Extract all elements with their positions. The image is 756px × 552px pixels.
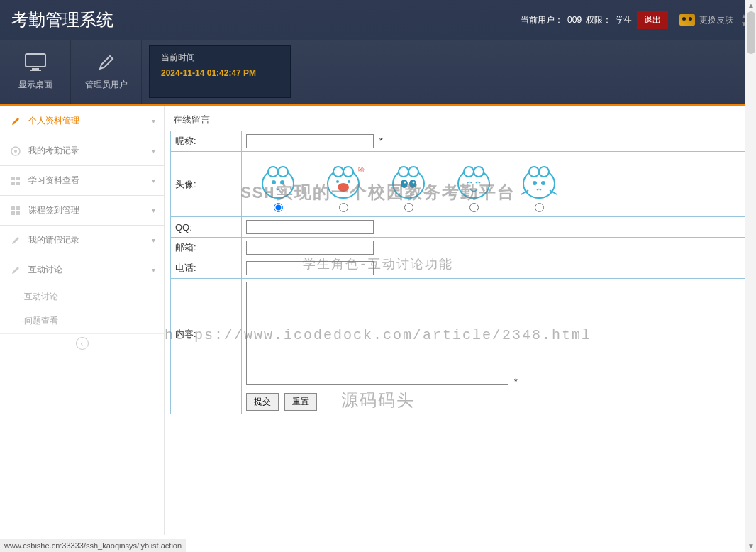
svg-point-22 <box>336 180 339 183</box>
app-title: 考勤管理系统 <box>9 9 113 31</box>
svg-point-29 <box>409 180 416 188</box>
svg-rect-11 <box>11 211 15 215</box>
message-form: 昵称: * 头像: 哈 Q <box>170 131 752 414</box>
sidebar-sub-questions[interactable]: -问题查看 <box>0 309 164 333</box>
sidebar-item-attendance[interactable]: 我的考勤记录 ▾ <box>0 136 164 166</box>
skin-switcher[interactable]: 更换皮肤 ▲▼ <box>679 12 747 28</box>
pencil-icon <box>97 53 116 72</box>
chevron-down-icon: ▾ <box>152 236 155 244</box>
app-header: 考勤管理系统 当前用户： 009 权限： 学生 退出 更换皮肤 ▲▼ <box>0 0 756 40</box>
svg-rect-7 <box>11 182 15 185</box>
email-input[interactable] <box>246 241 374 255</box>
header-right: 当前用户： 009 权限： 学生 退出 更换皮肤 ▲▼ <box>521 11 747 29</box>
svg-point-33 <box>464 167 474 177</box>
phone-input[interactable] <box>246 261 374 275</box>
nickname-input[interactable] <box>246 134 374 148</box>
sidebar-label: 个人资料管理 <box>28 115 79 127</box>
nickname-label: 昵称: <box>171 131 242 152</box>
svg-rect-1 <box>32 68 39 70</box>
required-mark: * <box>514 376 518 387</box>
pencil-icon <box>10 265 21 276</box>
reset-button[interactable]: 重置 <box>284 393 317 411</box>
svg-point-20 <box>343 167 353 177</box>
svg-point-19 <box>333 167 343 177</box>
svg-rect-0 <box>26 54 45 67</box>
scroll-thumb[interactable] <box>747 11 755 54</box>
skin-icon <box>679 14 695 26</box>
svg-point-39 <box>541 181 545 185</box>
sidebar-item-discuss[interactable]: 互动讨论 ▾ <box>0 255 164 285</box>
sidebar-sub-discuss[interactable]: -互动讨论 <box>0 285 164 309</box>
avatar-img-1 <box>253 159 303 203</box>
time-label: 当前时间 <box>161 52 279 64</box>
svg-rect-12 <box>16 211 20 215</box>
svg-rect-5 <box>11 177 15 180</box>
role-value: 学生 <box>616 14 633 26</box>
toolbar-desktop-label: 显示桌面 <box>18 79 52 91</box>
required-mark: * <box>379 136 383 146</box>
svg-text:哈: 哈 <box>358 166 365 173</box>
submit-button[interactable]: 提交 <box>246 393 279 411</box>
sidebar-item-signin[interactable]: 课程签到管理 ▾ <box>0 196 164 226</box>
panel-title: 在线留言 <box>170 111 752 131</box>
monitor-icon <box>25 53 46 72</box>
svg-point-30 <box>404 182 406 184</box>
svg-point-31 <box>413 182 415 184</box>
role-label: 权限： <box>586 14 611 26</box>
chevron-down-icon: ▾ <box>152 147 155 155</box>
logout-button[interactable]: 退出 <box>637 11 668 29</box>
chevron-down-icon: ▾ <box>152 266 155 274</box>
svg-rect-9 <box>11 206 15 210</box>
svg-point-28 <box>401 180 408 188</box>
toolbar-admin[interactable]: 管理员用户 <box>71 40 142 104</box>
chevron-down-icon: ▾ <box>152 177 155 184</box>
content-label: 内容: <box>171 279 242 390</box>
sidebar-label: 学习资料查看 <box>28 175 79 187</box>
chevron-down-icon: ▾ <box>152 117 155 125</box>
sidebar-collapse[interactable]: ‹ <box>0 333 164 355</box>
scroll-up-icon: ▲ <box>745 0 756 11</box>
avatar-radio-5[interactable] <box>535 203 544 212</box>
svg-point-27 <box>408 167 418 177</box>
qq-label: QQ: <box>171 217 242 238</box>
sidebar-label: 我的考勤记录 <box>28 145 79 157</box>
svg-rect-6 <box>16 177 20 180</box>
toolbar-desktop[interactable]: 显示桌面 <box>0 40 71 104</box>
sidebar-item-materials[interactable]: 学习资料查看 ▾ <box>0 166 164 196</box>
svg-point-14 <box>268 167 278 177</box>
svg-rect-10 <box>16 206 20 210</box>
chevron-left-icon: ‹ <box>76 337 89 350</box>
avatar-radio-2[interactable] <box>339 203 348 212</box>
sidebar-item-profile[interactable]: 个人资料管理 ▾ <box>0 106 164 136</box>
page-scrollbar[interactable]: ▲ ▼ <box>745 0 756 552</box>
svg-point-26 <box>399 167 408 177</box>
main-area: 个人资料管理 ▾ 我的考勤记录 ▾ 学习资料查看 ▾ 课程签到管理 ▾ 我的请假… <box>0 106 756 535</box>
target-icon <box>10 145 21 157</box>
pencil-icon <box>10 235 21 246</box>
avatar-options: 哈 <box>246 155 747 214</box>
phone-label: 电话: <box>171 258 242 279</box>
avatar-img-2: 哈 <box>318 159 368 203</box>
svg-point-23 <box>348 180 350 183</box>
avatar-radio-4[interactable] <box>469 203 479 212</box>
sidebar: 个人资料管理 ▾ 我的考勤记录 ▾ 学习资料查看 ▾ 课程签到管理 ▾ 我的请假… <box>0 106 165 535</box>
sidebar-item-leave[interactable]: 我的请假记录 ▾ <box>0 226 164 255</box>
scroll-down-icon: ▼ <box>745 541 756 552</box>
avatar-radio-3[interactable] <box>404 203 413 212</box>
svg-point-17 <box>280 180 284 184</box>
svg-point-38 <box>533 181 537 185</box>
avatar-img-3 <box>384 159 433 203</box>
content-area: 在线留言 昵称: * 头像: 哈 <box>165 106 756 535</box>
time-value: 2024-11-14 01:42:47 PM <box>161 68 279 78</box>
avatar-radio-1[interactable] <box>274 203 283 212</box>
svg-point-36 <box>529 167 539 177</box>
svg-point-21 <box>338 183 349 192</box>
svg-point-37 <box>539 167 549 177</box>
chevron-down-icon: ▾ <box>152 206 155 214</box>
avatar-img-5 <box>514 159 564 203</box>
svg-point-34 <box>474 167 484 177</box>
svg-point-4 <box>14 150 17 153</box>
qq-input[interactable] <box>246 220 374 234</box>
content-textarea[interactable] <box>246 282 508 385</box>
avatar-img-4 <box>449 159 499 203</box>
